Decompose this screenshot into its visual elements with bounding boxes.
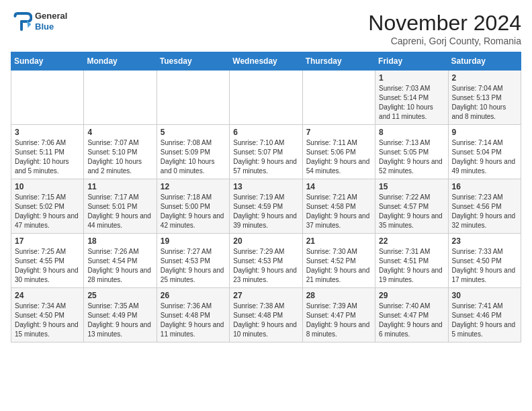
day-number: 7 bbox=[306, 128, 371, 137]
logo-icon bbox=[11, 11, 32, 32]
day-number: 12 bbox=[161, 182, 226, 191]
day-info: Sunrise: 7:13 AM Sunset: 5:05 PM Dayligh… bbox=[379, 138, 444, 176]
day-info: Sunrise: 7:39 AM Sunset: 4:47 PM Dayligh… bbox=[306, 302, 371, 339]
day-info: Sunrise: 7:31 AM Sunset: 4:51 PM Dayligh… bbox=[379, 247, 444, 285]
calendar-cell: 20Sunrise: 7:29 AM Sunset: 4:53 PM Dayli… bbox=[230, 234, 302, 288]
day-number: 1 bbox=[379, 73, 444, 83]
calendar-cell: 26Sunrise: 7:36 AM Sunset: 4:48 PM Dayli… bbox=[157, 288, 229, 342]
day-number: 11 bbox=[87, 182, 152, 191]
day-number: 13 bbox=[233, 182, 298, 191]
day-number: 18 bbox=[87, 236, 152, 246]
calendar-week-2: 3Sunrise: 7:06 AM Sunset: 5:11 PM Daylig… bbox=[11, 125, 521, 179]
day-info: Sunrise: 7:04 AM Sunset: 5:13 PM Dayligh… bbox=[452, 84, 517, 122]
weekday-header-wednesday: Wednesday bbox=[230, 52, 302, 71]
calendar-cell: 3Sunrise: 7:06 AM Sunset: 5:11 PM Daylig… bbox=[11, 125, 84, 179]
day-number: 29 bbox=[379, 291, 444, 300]
day-number: 19 bbox=[161, 236, 226, 246]
calendar-cell bbox=[302, 71, 375, 125]
calendar-body: 1Sunrise: 7:03 AM Sunset: 5:14 PM Daylig… bbox=[11, 71, 521, 342]
header: General Blue November 2024 Capreni, Gorj… bbox=[11, 11, 521, 46]
day-number: 2 bbox=[452, 73, 517, 83]
calendar-week-4: 17Sunrise: 7:25 AM Sunset: 4:55 PM Dayli… bbox=[11, 234, 521, 288]
day-number: 28 bbox=[306, 291, 371, 300]
day-info: Sunrise: 7:41 AM Sunset: 4:46 PM Dayligh… bbox=[452, 302, 517, 339]
calendar-cell bbox=[11, 71, 84, 125]
calendar-cell: 12Sunrise: 7:18 AM Sunset: 5:00 PM Dayli… bbox=[157, 179, 229, 234]
day-info: Sunrise: 7:18 AM Sunset: 5:00 PM Dayligh… bbox=[161, 193, 226, 230]
day-info: Sunrise: 7:06 AM Sunset: 5:11 PM Dayligh… bbox=[15, 138, 80, 176]
calendar-cell: 29Sunrise: 7:40 AM Sunset: 4:47 PM Dayli… bbox=[375, 288, 448, 342]
day-info: Sunrise: 7:30 AM Sunset: 4:52 PM Dayligh… bbox=[306, 247, 371, 285]
calendar-cell: 24Sunrise: 7:34 AM Sunset: 4:50 PM Dayli… bbox=[11, 288, 84, 342]
calendar-cell: 16Sunrise: 7:23 AM Sunset: 4:56 PM Dayli… bbox=[448, 179, 521, 234]
day-number: 14 bbox=[306, 182, 371, 191]
calendar-cell: 10Sunrise: 7:15 AM Sunset: 5:02 PM Dayli… bbox=[11, 179, 84, 234]
day-info: Sunrise: 7:34 AM Sunset: 4:50 PM Dayligh… bbox=[15, 302, 80, 339]
day-number: 16 bbox=[452, 182, 517, 191]
calendar-cell: 25Sunrise: 7:35 AM Sunset: 4:49 PM Dayli… bbox=[84, 288, 157, 342]
logo-blue-label: Blue bbox=[35, 21, 67, 32]
day-info: Sunrise: 7:23 AM Sunset: 4:56 PM Dayligh… bbox=[452, 193, 517, 230]
day-number: 30 bbox=[452, 291, 517, 300]
day-info: Sunrise: 7:19 AM Sunset: 4:59 PM Dayligh… bbox=[233, 193, 298, 230]
day-number: 3 bbox=[15, 128, 80, 137]
day-info: Sunrise: 7:22 AM Sunset: 4:57 PM Dayligh… bbox=[379, 193, 444, 230]
calendar-header: SundayMondayTuesdayWednesdayThursdayFrid… bbox=[11, 52, 521, 71]
calendar-cell: 30Sunrise: 7:41 AM Sunset: 4:46 PM Dayli… bbox=[448, 288, 521, 342]
calendar-cell: 28Sunrise: 7:39 AM Sunset: 4:47 PM Dayli… bbox=[302, 288, 375, 342]
day-info: Sunrise: 7:25 AM Sunset: 4:55 PM Dayligh… bbox=[15, 247, 80, 285]
calendar-cell: 11Sunrise: 7:17 AM Sunset: 5:01 PM Dayli… bbox=[84, 179, 157, 234]
day-number: 25 bbox=[87, 291, 152, 300]
calendar-cell: 17Sunrise: 7:25 AM Sunset: 4:55 PM Dayli… bbox=[11, 234, 84, 288]
weekday-header-sunday: Sunday bbox=[11, 52, 84, 71]
day-number: 27 bbox=[233, 291, 298, 300]
calendar-cell: 9Sunrise: 7:14 AM Sunset: 5:04 PM Daylig… bbox=[448, 125, 521, 179]
day-info: Sunrise: 7:07 AM Sunset: 5:10 PM Dayligh… bbox=[87, 138, 152, 176]
calendar-cell: 23Sunrise: 7:33 AM Sunset: 4:50 PM Dayli… bbox=[448, 234, 521, 288]
weekday-header-tuesday: Tuesday bbox=[157, 52, 229, 71]
day-info: Sunrise: 7:21 AM Sunset: 4:58 PM Dayligh… bbox=[306, 193, 371, 230]
day-number: 8 bbox=[379, 128, 444, 137]
logo: General Blue bbox=[11, 11, 67, 32]
logo-text: General Blue bbox=[35, 11, 67, 32]
calendar-cell: 2Sunrise: 7:04 AM Sunset: 5:13 PM Daylig… bbox=[448, 71, 521, 125]
calendar-cell: 5Sunrise: 7:08 AM Sunset: 5:09 PM Daylig… bbox=[157, 125, 229, 179]
day-info: Sunrise: 7:27 AM Sunset: 4:53 PM Dayligh… bbox=[161, 247, 226, 285]
weekday-header-saturday: Saturday bbox=[448, 52, 521, 71]
month-title: November 2024 bbox=[368, 11, 521, 36]
day-number: 10 bbox=[15, 182, 80, 191]
day-info: Sunrise: 7:03 AM Sunset: 5:14 PM Dayligh… bbox=[379, 84, 444, 122]
calendar-cell: 19Sunrise: 7:27 AM Sunset: 4:53 PM Dayli… bbox=[157, 234, 229, 288]
day-info: Sunrise: 7:14 AM Sunset: 5:04 PM Dayligh… bbox=[452, 138, 517, 176]
calendar-cell bbox=[230, 71, 302, 125]
day-number: 9 bbox=[452, 128, 517, 137]
day-number: 4 bbox=[87, 128, 152, 137]
weekday-header-friday: Friday bbox=[375, 52, 448, 71]
calendar-cell: 1Sunrise: 7:03 AM Sunset: 5:14 PM Daylig… bbox=[375, 71, 448, 125]
calendar-week-1: 1Sunrise: 7:03 AM Sunset: 5:14 PM Daylig… bbox=[11, 71, 521, 125]
day-number: 24 bbox=[15, 291, 80, 300]
day-info: Sunrise: 7:17 AM Sunset: 5:01 PM Dayligh… bbox=[87, 193, 152, 230]
day-number: 15 bbox=[379, 182, 444, 191]
calendar-cell: 14Sunrise: 7:21 AM Sunset: 4:58 PM Dayli… bbox=[302, 179, 375, 234]
day-info: Sunrise: 7:10 AM Sunset: 5:07 PM Dayligh… bbox=[233, 138, 298, 176]
day-number: 5 bbox=[161, 128, 226, 137]
calendar-cell: 4Sunrise: 7:07 AM Sunset: 5:10 PM Daylig… bbox=[84, 125, 157, 179]
calendar-cell: 6Sunrise: 7:10 AM Sunset: 5:07 PM Daylig… bbox=[230, 125, 302, 179]
calendar-week-5: 24Sunrise: 7:34 AM Sunset: 4:50 PM Dayli… bbox=[11, 288, 521, 342]
calendar-cell: 21Sunrise: 7:30 AM Sunset: 4:52 PM Dayli… bbox=[302, 234, 375, 288]
day-info: Sunrise: 7:38 AM Sunset: 4:48 PM Dayligh… bbox=[233, 302, 298, 339]
day-info: Sunrise: 7:29 AM Sunset: 4:53 PM Dayligh… bbox=[233, 247, 298, 285]
day-info: Sunrise: 7:33 AM Sunset: 4:50 PM Dayligh… bbox=[452, 247, 517, 285]
day-info: Sunrise: 7:35 AM Sunset: 4:49 PM Dayligh… bbox=[87, 302, 152, 339]
location: Capreni, Gorj County, Romania bbox=[368, 36, 521, 46]
calendar-cell: 13Sunrise: 7:19 AM Sunset: 4:59 PM Dayli… bbox=[230, 179, 302, 234]
weekday-header-thursday: Thursday bbox=[302, 52, 375, 71]
day-number: 21 bbox=[306, 236, 371, 246]
day-info: Sunrise: 7:15 AM Sunset: 5:02 PM Dayligh… bbox=[15, 193, 80, 230]
day-info: Sunrise: 7:40 AM Sunset: 4:47 PM Dayligh… bbox=[379, 302, 444, 339]
day-number: 20 bbox=[233, 236, 298, 246]
day-number: 26 bbox=[161, 291, 226, 300]
day-info: Sunrise: 7:26 AM Sunset: 4:54 PM Dayligh… bbox=[87, 247, 152, 285]
calendar-cell bbox=[157, 71, 229, 125]
